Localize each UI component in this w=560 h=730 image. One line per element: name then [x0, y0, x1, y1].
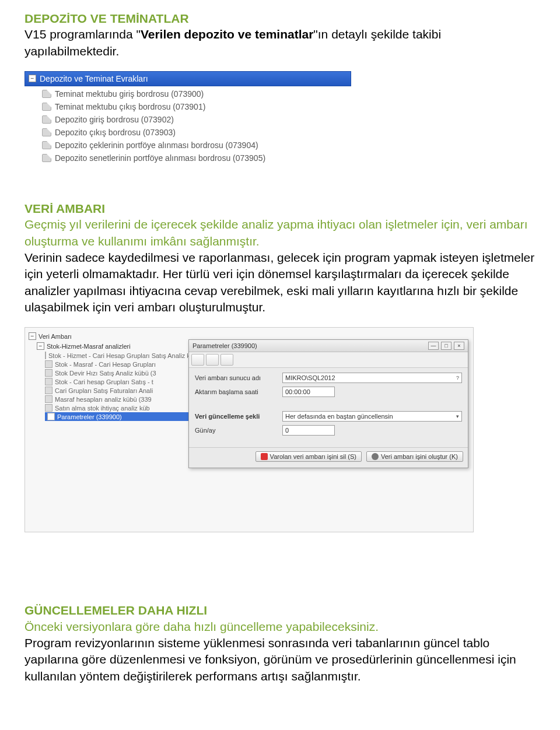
create-job-label: Veri ambarı işini oluştur (K) — [381, 453, 458, 460]
tree1-header-row[interactable]: − Depozito ve Teminat Evrakları — [24, 71, 351, 86]
tree1-item-label: Depozito giriş bordrosu (073902) — [55, 115, 174, 124]
document-icon — [42, 128, 51, 136]
tree1-item[interactable]: Depozito giriş bordrosu (073902) — [42, 113, 351, 126]
document-icon — [42, 90, 51, 98]
cube-icon — [45, 378, 52, 385]
tree2-item[interactable]: Stok - Hizmet - Cari Hesap Grupları Satı… — [45, 351, 197, 360]
tree2-item-label: Stok - Cari hesap Grupları Satış - t — [55, 378, 153, 385]
day-month-value: 0 — [285, 427, 289, 434]
tree1-item[interactable]: Depozito çeklerinin portföye alınması bo… — [42, 139, 351, 152]
update-mode-select[interactable]: Her defasında en baştan güncellensin ▾ — [282, 411, 462, 422]
tree1-item-label: Teminat mektubu çıkış bordrosu (073901) — [55, 102, 205, 111]
section3-green-desc: Önceki versiyonlara göre daha hızlı günc… — [24, 619, 536, 635]
shot2: − Veri Ambarı − Stok-Hizmet-Masraf anali… — [24, 327, 474, 532]
tree1-items: Teminat mektubu giriş bordrosu (073900) … — [24, 86, 351, 166]
collapse-icon[interactable]: − — [37, 342, 44, 350]
tree1-item-label: Depozito çıkış bordrosu (073903) — [55, 128, 176, 137]
tree2: − Veri Ambarı − Stok-Hizmet-Masraf anali… — [25, 328, 200, 421]
chevron-down-icon[interactable]: ▾ — [456, 413, 459, 419]
close-button[interactable]: × — [454, 342, 464, 350]
dialog-title-text: Parametreler (339900) — [192, 342, 257, 349]
tree2-item[interactable]: Stok - Masraf - Cari Hesap Grupları — [45, 360, 197, 368]
dialog-toolbar — [189, 352, 468, 368]
tree2-item-label: Stok - Masraf - Cari Hesap Grupları — [55, 361, 156, 368]
cube-icon — [45, 352, 46, 359]
tree2-item-selected-label: Parametreler (339900) — [57, 413, 122, 420]
tree2-group-label: Stok-Hizmet-Masraf analizleri — [47, 343, 131, 350]
delete-job-label: Varolan veri ambarı işini sil (S) — [270, 453, 356, 460]
dialog-body: Veri ambarı sunucu adı MIKRO\SQL2012 ? A… — [189, 368, 468, 447]
collapse-icon[interactable]: − — [29, 75, 36, 82]
server-name-value: MIKRO\SQL2012 — [285, 374, 335, 381]
gear-icon — [372, 453, 379, 460]
tree1: − Depozito ve Teminat Evrakları Teminat … — [24, 71, 351, 166]
section1-desc-pre: V15 programlarında " — [24, 27, 141, 41]
toolbar-btn-2[interactable] — [206, 354, 219, 366]
tree2-item[interactable]: Cari Grupları Satış Faturaları Anali — [45, 386, 197, 395]
section1-desc-bold: Verilen depozito ve teminatlar — [141, 27, 313, 41]
document-icon — [42, 154, 51, 162]
tree2-item-label: Satın alma stok ihtiyaç analiz küb — [55, 405, 150, 412]
document-icon — [42, 141, 51, 149]
section1-title: DEPOZİTO VE TEMİNATLAR — [24, 10, 536, 26]
toolbar-btn-3[interactable] — [220, 354, 233, 366]
server-name-label: Veri ambarı sunucu adı — [195, 374, 282, 381]
section3-title: GÜNCELLEMELER DAHA HIZLI — [24, 602, 536, 618]
create-job-button[interactable]: Veri ambarı işini oluştur (K) — [366, 451, 463, 462]
delete-job-button[interactable]: Varolan veri ambarı işini sil (S) — [256, 451, 362, 462]
parameters-dialog: Parametreler (339900) — □ × Veri ambarı … — [188, 339, 468, 468]
maximize-button[interactable]: □ — [441, 342, 452, 350]
section2-green-desc: Geçmiş yıl verilerini de içerecek şekild… — [24, 216, 536, 250]
tree1-item-label: Depozito senetlerinin portföye alınması … — [55, 153, 265, 163]
tree1-item[interactable]: Depozito çıkış bordrosu (073903) — [42, 126, 351, 139]
cube-icon — [45, 360, 52, 368]
tree1-item[interactable]: Depozito senetlerinin portföye alınması … — [42, 152, 351, 164]
gear-icon — [47, 413, 55, 420]
tree2-item-selected[interactable]: Parametreler (339900) — [45, 412, 197, 421]
server-name-input[interactable]: MIKRO\SQL2012 ? — [282, 373, 462, 383]
toolbar-btn-1[interactable] — [191, 354, 204, 366]
section3-body: Program revizyonlarının sisteme yüklenme… — [24, 635, 536, 685]
tree2-item[interactable]: Stok - Cari hesap Grupları Satış - t — [45, 377, 197, 386]
tree1-item-label: Teminat mektubu giriş bordrosu (073900) — [55, 89, 204, 99]
section2-body: Verinin sadece kaydedilmesi ve raporlanm… — [24, 250, 536, 315]
tree2-root[interactable]: − Veri Ambarı — [29, 331, 197, 341]
cube-icon — [45, 395, 52, 403]
start-time-value: 00:00:00 — [285, 388, 310, 395]
lookup-icon[interactable]: ? — [456, 375, 459, 381]
collapse-icon[interactable]: − — [29, 332, 36, 340]
section1-desc: V15 programlarında "Verilen depozito ve … — [24, 26, 536, 59]
start-time-input[interactable]: 00:00:00 — [282, 387, 335, 397]
tree1-item-label: Depozito çeklerinin portföye alınması bo… — [55, 141, 258, 150]
delete-icon — [261, 453, 268, 460]
update-mode-value: Her defasında en baştan güncellensin — [285, 413, 393, 420]
minimize-button[interactable]: — — [428, 342, 439, 350]
document-icon — [42, 103, 51, 111]
tree2-item[interactable]: Satın alma stok ihtiyaç analiz küb — [45, 403, 197, 412]
day-month-input[interactable]: 0 — [282, 425, 335, 436]
tree2-item-label: Cari Grupları Satış Faturaları Anali — [55, 387, 153, 394]
dialog-footer: Varolan veri ambarı işini sil (S) Veri a… — [189, 447, 468, 468]
document-icon — [42, 115, 51, 124]
tree1-item[interactable]: Teminat mektubu giriş bordrosu (073900) — [42, 87, 351, 100]
start-time-label: Aktarım başlama saati — [195, 388, 282, 395]
update-mode-label: Veri güncelleme şekli — [195, 413, 282, 420]
day-month-label: Gün/ay — [195, 427, 282, 434]
tree2-item-label: Stok Devir Hızı Satış Analiz kübü (3 — [55, 370, 156, 377]
tree2-item[interactable]: Masraf hesapları analiz kübü (339 — [45, 395, 197, 403]
cube-icon — [45, 404, 52, 412]
tree2-group[interactable]: − Stok-Hizmet-Masraf analizleri — [37, 341, 197, 351]
cube-icon — [45, 369, 52, 377]
tree2-root-label: Veri Ambarı — [38, 333, 72, 340]
cube-icon — [45, 387, 52, 394]
tree1-header-label: Depozito ve Teminat Evrakları — [40, 74, 148, 83]
section2-title: VERİ AMBARI — [24, 201, 536, 216]
tree2-item[interactable]: Stok Devir Hızı Satış Analiz kübü (3 — [45, 368, 197, 377]
dialog-titlebar[interactable]: Parametreler (339900) — □ × — [189, 340, 468, 352]
tree1-item[interactable]: Teminat mektubu çıkış bordrosu (073901) — [42, 100, 351, 113]
tree2-item-label: Masraf hesapları analiz kübü (339 — [55, 396, 152, 403]
